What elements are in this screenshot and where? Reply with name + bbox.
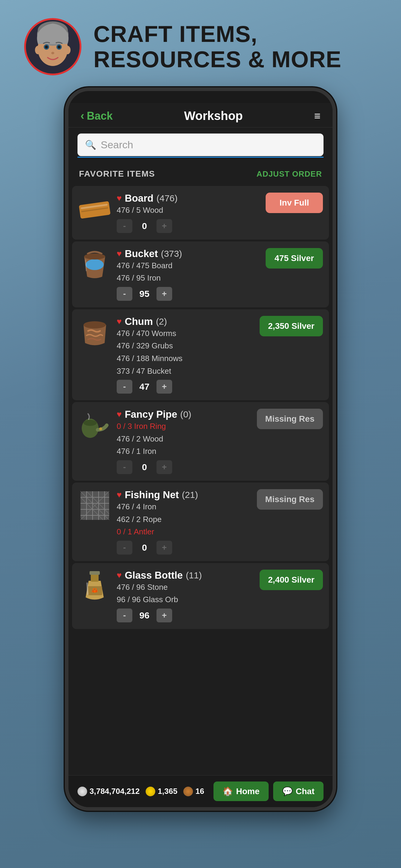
item-resource-missing: 0 / 3 Iron Ring <box>117 420 251 433</box>
items-list: ♥ Board (476) 476 / 5 Wood - 0 + Inv Ful… <box>68 184 333 775</box>
item-resource: 476 / 329 Grubs <box>117 340 254 352</box>
qty-decrease-button[interactable]: - <box>117 287 132 301</box>
search-input[interactable]: Search <box>101 139 316 151</box>
craft-button[interactable]: 2,400 Silver <box>259 569 323 590</box>
menu-icon[interactable]: ≡ <box>314 110 320 122</box>
qty-increase-button[interactable]: + <box>156 287 172 301</box>
qty-value: 96 <box>135 610 153 621</box>
silver-coin-icon <box>78 786 87 796</box>
favorite-icon: ♥ <box>117 410 122 419</box>
item-controls: - 96 + <box>117 609 254 622</box>
gold-coin-icon <box>146 786 155 796</box>
search-container: 🔍 Search <box>68 127 333 164</box>
qty-decrease-button[interactable]: - <box>117 460 132 474</box>
item-resource: 462 / 2 Rope <box>117 513 251 526</box>
chat-label: Chat <box>296 786 314 796</box>
qty-decrease-button[interactable]: - <box>117 219 132 233</box>
home-icon: 🏠 <box>222 786 233 796</box>
search-underline <box>78 157 323 158</box>
item-name: Fancy Pipe <box>125 409 177 420</box>
qty-value: 0 <box>135 542 153 553</box>
item-icon-fishing-net <box>78 489 111 522</box>
item-resource: 476 / 188 Minnows <box>117 352 254 365</box>
craft-button[interactable]: Missing Res <box>257 489 323 510</box>
qty-increase-button[interactable]: + <box>156 219 172 233</box>
qty-decrease-button[interactable]: - <box>117 541 132 555</box>
svg-text:🦀: 🦀 <box>91 587 98 594</box>
favorite-icon: ♥ <box>117 490 122 500</box>
item-icon-board <box>78 193 111 226</box>
nav-bar: ‹ Back Workshop ≡ <box>68 103 333 127</box>
svg-point-4 <box>35 46 41 54</box>
item-name: Board <box>125 193 153 204</box>
craft-button-wrapper: 2,400 Silver <box>259 569 323 590</box>
currency-group: 3,784,704,212 1,365 16 <box>78 786 204 796</box>
favorite-icon: ♥ <box>117 317 122 327</box>
item-icon-glass-bottle: 🦀 <box>78 569 111 603</box>
qty-increase-button[interactable]: + <box>156 541 172 555</box>
craft-button[interactable]: 2,350 Silver <box>259 316 323 336</box>
phone-notch <box>171 91 230 100</box>
avatar <box>24 18 82 75</box>
item-controls: - 0 + <box>117 219 260 233</box>
qty-increase-button[interactable]: + <box>156 609 172 622</box>
item-details: ♥ Glass Bottle (11) 476 / 96 Stone 96 / … <box>117 569 254 622</box>
list-item: ♥ Fancy Pipe (0) 0 / 3 Iron Ring 476 / 2… <box>72 402 329 481</box>
home-label: Home <box>236 786 259 796</box>
qty-decrease-button[interactable]: - <box>117 380 132 394</box>
gold-amount: 1,365 <box>158 786 177 796</box>
item-count: (476) <box>156 193 178 204</box>
svg-point-19 <box>99 427 102 430</box>
qty-decrease-button[interactable]: - <box>117 609 132 622</box>
list-item: ♥ Board (476) 476 / 5 Wood - 0 + Inv Ful… <box>72 186 329 240</box>
craft-button-wrapper: 475 Silver <box>266 248 323 269</box>
item-count: (11) <box>186 570 202 581</box>
chat-button[interactable]: 💬 Chat <box>273 781 323 801</box>
item-name-row: ♥ Bucket (373) <box>117 248 260 259</box>
item-controls: - 0 + <box>117 541 251 555</box>
promo-title: CRAFT ITEMS, RESOURCES & MORE <box>93 22 342 72</box>
copper-amount: 16 <box>195 786 204 796</box>
svg-point-8 <box>45 45 48 49</box>
page-title: Workshop <box>184 109 243 123</box>
item-resource: 476 / 2 Wood <box>117 433 251 445</box>
craft-button[interactable]: 475 Silver <box>266 248 323 269</box>
item-count: (0) <box>180 409 191 420</box>
item-icon-bucket <box>78 248 111 281</box>
promo-header: CRAFT ITEMS, RESOURCES & MORE <box>0 0 401 87</box>
item-details: ♥ Fishing Net (21) 476 / 4 Iron 462 / 2 … <box>117 489 251 555</box>
item-resource: 476 / 95 Iron <box>117 272 260 284</box>
craft-button-wrapper: 2,350 Silver <box>259 316 323 336</box>
item-controls: - 0 + <box>117 460 251 474</box>
svg-rect-34 <box>90 571 100 575</box>
craft-button-wrapper: Missing Res <box>257 409 323 429</box>
back-button[interactable]: ‹ Back <box>81 110 113 122</box>
svg-point-9 <box>58 45 61 49</box>
qty-increase-button[interactable]: + <box>156 380 172 394</box>
item-resource: 96 / 96 Glass Orb <box>117 593 254 606</box>
item-details: ♥ Board (476) 476 / 5 Wood - 0 + <box>117 193 260 233</box>
craft-button[interactable]: Inv Full <box>266 193 323 213</box>
item-controls: - 47 + <box>117 380 254 394</box>
bottom-bar: 3,784,704,212 1,365 16 🏠 Home <box>68 775 333 807</box>
item-icon-chum <box>78 316 111 349</box>
phone-frame: ‹ Back Workshop ≡ 🔍 Search FAVORITE ITEM… <box>65 87 336 811</box>
search-bar[interactable]: 🔍 Search <box>78 133 323 156</box>
home-button[interactable]: 🏠 Home <box>213 781 269 801</box>
craft-button[interactable]: Missing Res <box>257 409 323 429</box>
item-resource: 373 / 47 Bucket <box>117 365 254 378</box>
item-name: Chum <box>125 316 153 327</box>
qty-increase-button[interactable]: + <box>156 460 172 474</box>
item-details: ♥ Fancy Pipe (0) 0 / 3 Iron Ring 476 / 2… <box>117 409 251 474</box>
silver-currency: 3,784,704,212 <box>78 786 140 796</box>
favorite-icon: ♥ <box>117 570 122 580</box>
copper-coin-icon <box>183 786 193 796</box>
item-count: (373) <box>161 249 182 259</box>
item-name: Bucket <box>125 248 158 259</box>
qty-value: 47 <box>135 381 153 392</box>
qty-value: 95 <box>135 289 153 299</box>
back-label: Back <box>87 110 113 122</box>
craft-button-wrapper: Inv Full <box>266 193 323 213</box>
bottom-buttons: 🏠 Home 💬 Chat <box>213 781 323 801</box>
adjust-order-button[interactable]: ADJUST ORDER <box>256 169 322 179</box>
